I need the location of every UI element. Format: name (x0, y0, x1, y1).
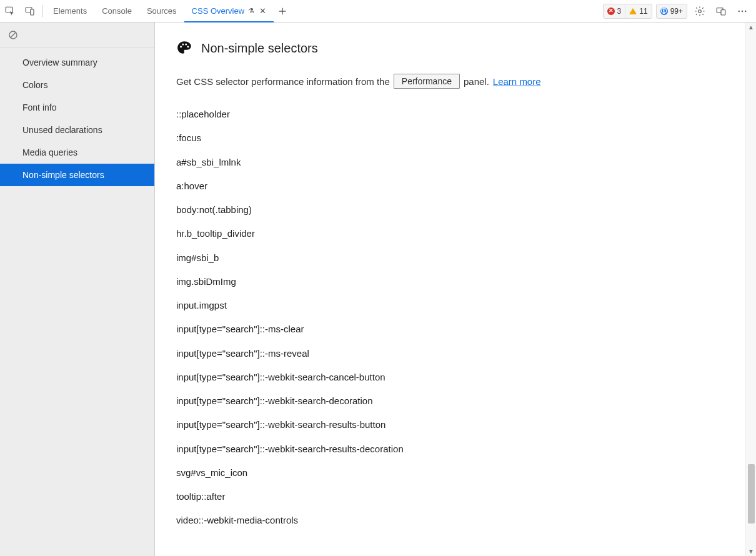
scroll-down-arrow[interactable]: ▼ (748, 547, 754, 556)
sidebar-item-media-queries[interactable]: Media queries (0, 141, 154, 164)
add-tab-button[interactable] (274, 0, 291, 22)
selector-item[interactable]: input[type="search"]::-webkit-search-res… (176, 413, 570, 437)
svg-point-10 (180, 46, 182, 47)
close-tab-icon[interactable]: ✕ (259, 6, 266, 16)
inspect-element-icon[interactable] (0, 0, 20, 22)
info-count: 99+ (670, 7, 683, 16)
tab-label: Elements (53, 6, 87, 16)
more-options-button[interactable] (734, 2, 751, 20)
info-post-text: panel. (464, 76, 489, 87)
info-chipgroup[interactable]: 🛈 99+ (656, 4, 687, 19)
experimental-icon: ⚗ (248, 7, 254, 15)
learn-more-link[interactable]: Learn more (493, 76, 541, 87)
selector-item[interactable]: hr.b_tooltip_divider (176, 222, 570, 246)
content-area: Non-simple selectors Get CSS selector pe… (155, 22, 745, 556)
tab-console[interactable]: Console (94, 0, 139, 22)
scroll-track[interactable] (746, 32, 756, 547)
selector-item[interactable]: video::-webkit-media-controls (176, 509, 570, 532)
issues-chipgroup[interactable]: ✕ 3 11 (603, 4, 652, 19)
errors-count: 3 (617, 7, 622, 16)
svg-rect-2 (31, 9, 34, 15)
section-title: Non-simple selectors (201, 41, 318, 56)
selector-item[interactable]: input[type="search"]::-ms-reveal (176, 342, 570, 365)
svg-rect-0 (6, 7, 12, 12)
svg-point-6 (739, 10, 740, 11)
settings-button[interactable] (691, 2, 709, 20)
selector-item[interactable]: input[type="search"]::-webkit-search-can… (176, 365, 570, 389)
error-icon: ✕ (607, 7, 615, 15)
selector-item[interactable]: ::placeholder (176, 102, 570, 126)
section-header: Non-simple selectors (176, 40, 745, 56)
svg-point-8 (745, 10, 746, 11)
info-line: Get CSS selector performance information… (176, 74, 745, 89)
svg-point-3 (699, 9, 702, 12)
svg-point-7 (742, 10, 743, 11)
tab-sources[interactable]: Sources (139, 0, 184, 22)
tab-label: CSS Overview (192, 6, 245, 16)
tab-label: Sources (147, 6, 177, 16)
sidebar-item-colors[interactable]: Colors (0, 74, 154, 96)
palette-icon (176, 40, 192, 56)
device-toolbar-icon[interactable] (20, 0, 40, 22)
scroll-up-arrow[interactable]: ▲ (748, 22, 754, 32)
warnings-count: 11 (639, 7, 647, 16)
selector-item[interactable]: a#sb_sbi_lmlnk (176, 151, 570, 174)
dock-side-button[interactable] (712, 2, 730, 20)
selector-item[interactable]: input.imgpst (176, 294, 570, 317)
selector-item[interactable]: input[type="search"]::-ms-clear (176, 317, 570, 341)
vertical-scrollbar[interactable]: ▲ ▼ (745, 22, 756, 556)
selector-item[interactable]: :focus (176, 126, 570, 150)
panel-body: Overview summaryColorsFont infoUnused de… (0, 22, 756, 556)
warnings-chip[interactable]: 11 (625, 4, 651, 19)
selector-item[interactable]: input[type="search"]::-webkit-search-res… (176, 437, 570, 461)
tab-label: Console (102, 6, 132, 16)
selector-item[interactable]: input[type="search"]::-webkit-search-dec… (176, 389, 570, 413)
toolbar-right: ✕ 3 11 🛈 99+ (603, 0, 756, 22)
sidebar-item-overview-summary[interactable]: Overview summary (0, 51, 154, 74)
selector-list: ::placeholder:focusa#sb_sbi_lmlnka:hover… (176, 102, 570, 533)
devtools-toolbar: ElementsConsoleSourcesCSS Overview⚗✕ ✕ 3… (0, 0, 756, 22)
selector-item[interactable]: svg#vs_mic_icon (176, 461, 570, 485)
warning-icon (629, 8, 637, 14)
info-icon: 🛈 (660, 7, 668, 15)
info-pre-text: Get CSS selector performance information… (176, 76, 390, 87)
performance-panel-button[interactable]: Performance (394, 74, 460, 89)
sidebar: Overview summaryColorsFont infoUnused de… (0, 22, 155, 556)
svg-point-12 (185, 44, 187, 46)
tab-elements[interactable]: Elements (46, 0, 94, 22)
selector-item[interactable]: a:hover (176, 174, 570, 198)
info-chip[interactable]: 🛈 99+ (657, 4, 687, 19)
sidebar-item-unused-declarations[interactable]: Unused declarations (0, 119, 154, 141)
sidebar-header[interactable] (0, 22, 154, 47)
selector-item[interactable]: img.sbiDmImg (176, 270, 570, 294)
toolbar-divider (42, 5, 43, 17)
sidebar-item-non-simple-selectors[interactable]: Non-simple selectors (0, 164, 154, 186)
svg-rect-5 (721, 9, 725, 14)
errors-chip[interactable]: ✕ 3 (604, 4, 625, 19)
tab-css-overview[interactable]: CSS Overview⚗✕ (184, 0, 274, 22)
main-panel: Non-simple selectors Get CSS selector pe… (155, 22, 756, 556)
clear-icon (7, 29, 19, 41)
svg-point-13 (187, 46, 189, 47)
scroll-thumb[interactable] (748, 464, 755, 524)
selector-item[interactable]: body:not(.tabbing) (176, 198, 570, 222)
sidebar-item-font-info[interactable]: Font info (0, 96, 154, 119)
selector-item[interactable]: tooltip::after (176, 485, 570, 509)
sidebar-list: Overview summaryColorsFont infoUnused de… (0, 47, 154, 186)
panel-tabs: ElementsConsoleSourcesCSS Overview⚗✕ (46, 0, 274, 22)
selector-item[interactable]: img#sbi_b (176, 246, 570, 270)
svg-point-11 (182, 44, 184, 46)
toolbar-left: ElementsConsoleSourcesCSS Overview⚗✕ (0, 0, 291, 22)
